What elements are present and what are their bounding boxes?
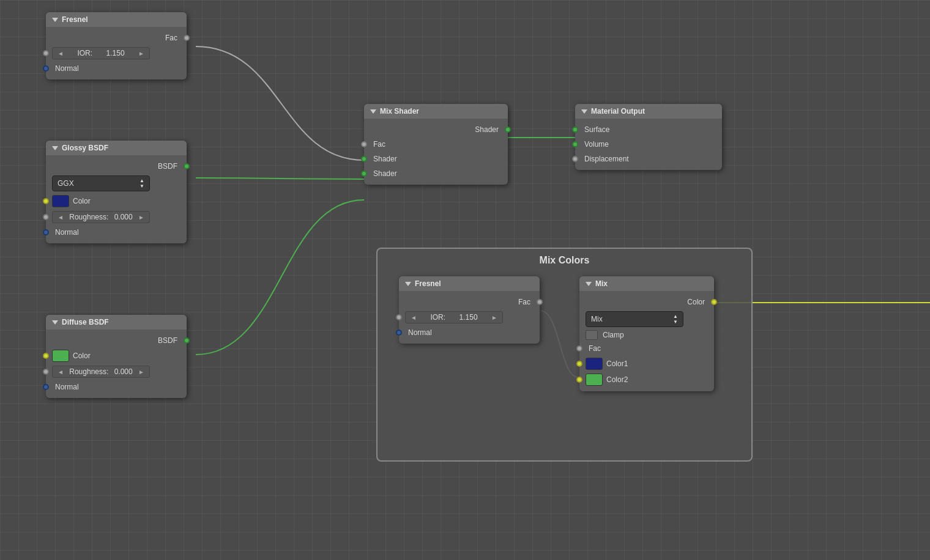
surface-row: Surface [575,122,722,137]
glossy-header: Glossy BSDF [46,141,187,155]
normal-label-diffuse: Normal [55,383,79,391]
shader-socket-out[interactable] [505,127,511,133]
fac-label-mix-inner: Fac [589,344,601,353]
ior-label: IOR: [77,49,92,57]
ior-label-inner: IOR: [430,313,445,322]
volume-label: Volume [584,140,609,149]
mix-shader-header: Mix Shader [364,104,508,119]
collapse-icon-mix-shader[interactable] [370,109,376,114]
roughness-row-glossy: ◄ Roughness: 0.000 ► [46,209,187,225]
ior-socket[interactable] [43,50,49,56]
color1-swatch[interactable] [586,358,603,370]
color-swatch-glossy[interactable] [52,195,69,207]
roughness-label-diffuse: Roughness: [69,367,108,376]
displacement-label: Displacement [584,155,629,163]
shader2-label-mix: Shader [373,169,397,178]
collapse-icon-mat-out[interactable] [581,109,587,114]
normal-row-diffuse: Normal [46,380,187,394]
mix-colors-group: Mix Colors Fresnel Fac ◄ IOR: 1.150 ► [376,248,753,462]
normal-socket-diffuse[interactable] [43,384,49,390]
fresnel-node-inner: Fresnel Fac ◄ IOR: 1.150 ► Normal [399,276,540,344]
ior-slider-inner[interactable]: ◄ IOR: 1.150 ► [405,311,503,323]
fresnel-inner-output-fac: Fac [399,295,540,309]
ior-socket-inner[interactable] [396,314,402,320]
ggx-dropdown[interactable]: GGX ▲ ▼ [52,175,150,191]
mix-shader-output: Shader [364,122,508,137]
color-socket-glossy[interactable] [43,198,49,204]
volume-row: Volume [575,137,722,152]
normal-socket-top[interactable] [43,65,49,72]
fac-socket-out-inner[interactable] [537,299,543,305]
mix-inner-output-color: Color [579,295,714,309]
color-row-diffuse: Color [46,348,187,364]
normal-socket-inner[interactable] [396,330,402,336]
collapse-icon[interactable] [52,18,58,22]
mix-title-inner: Mix [595,279,608,288]
shader1-label-mix: Shader [373,155,397,163]
mix-dropdown-label: Mix [591,315,603,323]
clamp-swatch [586,330,598,340]
bsdf-label-diffuse: BSDF [52,336,177,345]
collapse-icon-mix-inner[interactable] [586,282,592,286]
roughness-socket-diffuse[interactable] [43,369,49,375]
roughness-socket-glossy[interactable] [43,214,49,220]
ior-slider-top[interactable]: ◄ IOR: 1.150 ► [52,47,150,59]
mix-shader-shader1-row: Shader [364,152,508,166]
shader-label-out: Shader [370,125,499,134]
bsdf-socket-diffuse[interactable] [184,337,190,344]
mix-header-inner: Mix [579,276,714,291]
material-output-body: Surface Volume Displacement [575,119,722,170]
bsdf-socket-glossy[interactable] [184,163,190,169]
glossy-bsdf-node: Glossy BSDF BSDF GGX ▲ ▼ Color [46,141,187,243]
color1-socket[interactable] [576,361,582,367]
material-output-header: Material Output [575,104,722,119]
fac-socket-mix-inner[interactable] [576,345,582,352]
mix-dropdown-row: Mix ▲ ▼ [579,309,714,329]
normal-label-top: Normal [55,64,79,73]
surface-socket[interactable] [572,127,578,133]
collapse-icon-glossy[interactable] [52,146,58,150]
normal-socket-glossy[interactable] [43,229,49,235]
collapse-icon-fresnel-inner[interactable] [405,282,411,286]
color-label-diffuse: Color [73,352,91,360]
diffuse-output-bsdf: BSDF [46,333,187,348]
normal-row-inner: Normal [399,325,540,340]
fresnel-output-fac-top: Fac [46,31,187,45]
color2-label: Color2 [606,375,628,384]
shader1-socket-mix[interactable] [361,156,367,162]
fresnel-node-top: Fresnel Fac ◄ IOR: 1.150 ► Normal [46,12,187,79]
fac-socket-mix[interactable] [361,141,367,147]
collapse-icon-diffuse[interactable] [52,320,58,325]
roughness-slider-diffuse[interactable]: ◄ Roughness: 0.000 ► [52,366,150,378]
mix-shader-title: Mix Shader [380,107,419,116]
color1-row: Color1 [579,356,714,372]
volume-socket[interactable] [572,141,578,147]
fresnel-header-inner: Fresnel [399,276,540,291]
diffuse-title: Diffuse BSDF [62,318,109,326]
fresnel-header-top: Fresnel [46,12,187,27]
roughness-value-glossy: 0.000 [114,213,133,221]
fac-label-mix: Fac [373,140,385,149]
ggx-label: GGX [58,179,74,188]
displacement-socket[interactable] [572,156,578,162]
displacement-row: Displacement [575,152,722,166]
material-output-title: Material Output [591,107,645,116]
fresnel-body-inner: Fac ◄ IOR: 1.150 ► Normal [399,291,540,344]
mix-dropdown-arrows: ▲ ▼ [673,314,678,325]
diffuse-body: BSDF Color ◄ Roughness: 0.000 ► Normal [46,330,187,398]
color1-label: Color1 [606,359,628,368]
mix-dropdown[interactable]: Mix ▲ ▼ [586,311,683,327]
shader2-socket-mix[interactable] [361,171,367,177]
material-output-node: Material Output Surface Volume Displacem… [575,104,722,170]
color2-socket[interactable] [576,377,582,383]
roughness-slider-glossy[interactable]: ◄ Roughness: 0.000 ► [52,211,150,223]
color-socket-diffuse[interactable] [43,353,49,359]
fac-socket-out[interactable] [184,35,190,41]
color-swatch-diffuse[interactable] [52,350,69,362]
color2-swatch[interactable] [586,374,603,386]
color-row-glossy: Color [46,193,187,209]
glossy-output-bsdf: BSDF [46,159,187,174]
ggx-row: GGX ▲ ▼ [46,174,187,193]
color-socket-out-inner[interactable] [711,299,717,305]
ior-row-inner: ◄ IOR: 1.150 ► [399,309,540,325]
